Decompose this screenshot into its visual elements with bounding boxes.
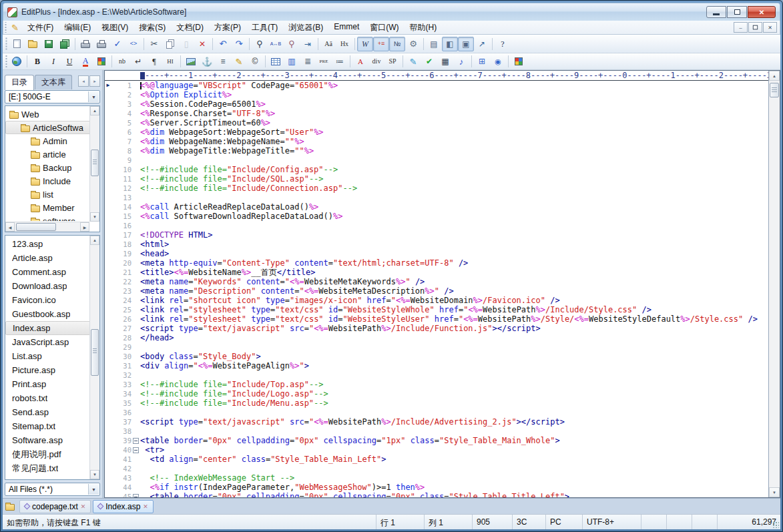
menu-item[interactable]: 浏览器(B) — [283, 21, 328, 35]
drive-selector[interactable]: [E:] 500G-E ▼ — [5, 90, 100, 103]
font-tag-button[interactable]: A — [352, 55, 368, 68]
tree-horizontal-scrollbar[interactable]: ◀ ▶ — [5, 222, 89, 232]
nonbreaking-space-button[interactable]: nb — [114, 55, 130, 68]
menu-item[interactable]: 搜索(S) — [134, 21, 171, 35]
find-button[interactable]: ⚲ — [252, 37, 268, 51]
code-line[interactable]: 2<%Option Explicit%> — [105, 90, 768, 99]
object-button[interactable] — [511, 55, 527, 68]
tree-item[interactable]: Admin — [5, 134, 99, 148]
tree-item[interactable]: Member — [5, 201, 99, 214]
code-line[interactable]: 8<%dim WebpageTitle:WebpageTitle=""%> — [105, 146, 768, 156]
scroll-up-icon[interactable]: ▲ — [769, 71, 780, 81]
mdi-close-button[interactable]: ✕ — [763, 22, 777, 33]
code-line[interactable]: 27<script type="text/javascript" src="<%… — [105, 324, 768, 333]
fold-column[interactable] — [132, 436, 140, 445]
editor-scroll-thumb[interactable] — [770, 83, 779, 97]
cut-button[interactable]: ✂ — [146, 37, 162, 51]
menu-item[interactable]: Emmet — [328, 21, 364, 35]
save-all-button[interactable] — [57, 37, 73, 51]
code-line[interactable]: 22<meta name="Keywords" content="<%=Webs… — [105, 277, 768, 286]
code-line[interactable]: 18<html> — [105, 240, 768, 249]
code-line[interactable]: 20<meta http-equiv="Content-Type" conten… — [105, 258, 768, 268]
code-line[interactable]: 44 <%if instr(IndexPageParameter,"WebMes… — [105, 483, 768, 492]
browser-preview-button[interactable] — [9, 55, 25, 68]
code-line[interactable]: 42 — [105, 464, 768, 473]
copy-button[interactable] — [162, 37, 178, 51]
tree-hscroll-thumb[interactable] — [16, 223, 56, 231]
view-source-button[interactable]: <> — [125, 37, 142, 51]
file-item[interactable]: List.asp — [5, 349, 99, 363]
scroll-right-icon[interactable]: ▶ — [80, 222, 89, 232]
heading-button[interactable]: HI — [162, 55, 178, 68]
open-file-button[interactable] — [25, 37, 41, 51]
code-line[interactable]: 16 — [105, 221, 768, 230]
code-line[interactable]: 14<%call ArticleReadReplaceDataLoad()%> — [105, 202, 768, 212]
goto-line-button[interactable]: ⇥ — [300, 37, 316, 51]
tree-item[interactable]: ArticleSoftwa — [5, 121, 99, 134]
paste-button[interactable]: ▯ — [178, 37, 194, 51]
code-line[interactable]: 11<!--#include file="Include/SQL.asp"--> — [105, 174, 768, 184]
fold-column[interactable] — [132, 445, 140, 455]
code-line[interactable]: 25<link rel="stylesheet" type="text/css"… — [105, 305, 768, 314]
document-tab-Index.asp[interactable]: Index.asp✕ — [93, 500, 154, 513]
scroll-down-icon[interactable]: ▼ — [90, 470, 99, 479]
folder-icon[interactable] — [5, 504, 15, 511]
change-case-button[interactable]: Aā — [320, 37, 336, 51]
table-cell-button[interactable]: ▥ — [284, 55, 300, 68]
hex-viewer-button[interactable]: Hx — [336, 37, 352, 51]
tab-close-icon[interactable]: ✕ — [81, 503, 86, 510]
tree-scroll-thumb[interactable] — [91, 150, 99, 176]
file-filter-selector[interactable]: All Files (*.*) ▼ — [5, 483, 100, 496]
file-vertical-scrollbar[interactable]: ▲ ▼ — [89, 236, 99, 479]
tab-close-icon[interactable]: ✕ — [143, 503, 148, 510]
open-in-browser-button[interactable]: ↗ — [474, 37, 490, 51]
print-preview-button[interactable] — [77, 37, 93, 51]
tree-item[interactable]: Backup — [5, 161, 99, 174]
preformatted-button[interactable]: PRE — [316, 55, 332, 68]
code-line[interactable]: 30<body class="Style_Body"> — [105, 352, 768, 361]
line-break-button[interactable]: ↵ — [130, 55, 146, 68]
syntax-check-button[interactable]: ✔ — [421, 55, 437, 68]
file-item[interactable]: Index.asp — [5, 321, 99, 335]
code-line[interactable]: 4<%Response.Charset="UTF-8"%> — [105, 109, 768, 118]
delete-button[interactable]: ✕ — [194, 37, 210, 51]
list-button[interactable]: ≔ — [332, 55, 348, 68]
font-color-button[interactable]: A — [77, 55, 93, 68]
code-line[interactable]: 17<!DOCTYPE HTML> — [105, 230, 768, 240]
script-tag-button[interactable]: ✎ — [405, 55, 421, 68]
find-in-files-button[interactable]: ⚲ — [284, 37, 300, 51]
document-tab-codepage.txt[interactable]: codepage.txt✕ — [19, 500, 91, 513]
editor-vertical-scrollbar[interactable]: ▲ ▼ — [768, 71, 780, 497]
insert-image-button[interactable] — [183, 55, 199, 68]
menu-item[interactable]: 窗口(W) — [364, 21, 404, 35]
file-item[interactable]: 123.asp — [5, 237, 99, 251]
code-line[interactable]: 24<link rel="shortcut icon" type="images… — [105, 296, 768, 305]
code-line[interactable]: 41 <td align="center" class="Style_Table… — [105, 455, 768, 464]
file-item[interactable]: Picture.asp — [5, 363, 99, 377]
scroll-up-icon[interactable]: ▲ — [90, 236, 99, 245]
tree-item[interactable]: Web — [5, 107, 99, 121]
file-item[interactable]: robots.txt — [5, 391, 99, 405]
new-file-button[interactable] — [9, 37, 25, 51]
code-line[interactable]: 36 — [105, 408, 768, 417]
code-line[interactable]: 31<div align="<%=WebsitePageAlign%>"> — [105, 361, 768, 370]
scroll-up-icon[interactable]: ▲ — [90, 106, 99, 115]
code-line[interactable]: 21<title><%=WebsiteName%>__首页</title> — [105, 268, 768, 277]
undo-button[interactable]: ↶ — [215, 37, 231, 51]
code-line[interactable]: 33<!--#include file="Include/Top.asp"--> — [105, 380, 768, 389]
span-tag-button[interactable]: SP — [384, 55, 401, 68]
movie-button[interactable]: ▦ — [437, 55, 453, 68]
sidebar-tab-scroll-left[interactable]: ◂ — [78, 75, 89, 87]
align-button[interactable]: ≣ — [300, 55, 316, 68]
mdi-minimize-button[interactable]: – — [734, 22, 748, 33]
file-item[interactable]: Article.asp — [5, 251, 99, 265]
paragraph-button[interactable]: ¶ — [146, 55, 162, 68]
file-item[interactable]: Send.asp — [5, 405, 99, 419]
file-item[interactable]: Favicon.ico — [5, 293, 99, 307]
code-line[interactable]: 38 — [105, 427, 768, 436]
code-line[interactable]: 7<%dim WebpageName:WebpageName=""%> — [105, 137, 768, 146]
editor-pane[interactable]: ----+----1----+----2----+----3----+----4… — [104, 70, 780, 498]
save-file-button[interactable] — [41, 37, 57, 51]
auto-indent-button[interactable]: +≡ — [373, 37, 389, 51]
code-line[interactable]: 10<!--#include file="Include/Config.asp"… — [105, 165, 768, 174]
